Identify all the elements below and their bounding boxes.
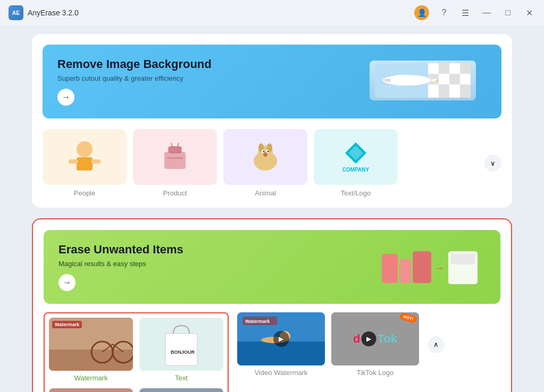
banner-image: → — [370, 61, 487, 103]
help-icon: ? — [442, 8, 447, 18]
text-label: Text — [175, 374, 188, 382]
items-grid: Watermark Watermark — [49, 318, 223, 392]
watermark-bg: Watermark — [49, 318, 133, 371]
people-erase-illustration — [49, 388, 133, 392]
object-illustration — [139, 388, 223, 392]
titlebar-right: 👤 ? ☰ — □ ✕ — [414, 5, 535, 20]
user-avatar[interactable]: 👤 — [414, 5, 429, 20]
remove-bg-banner: Remove Image Background Superb cutout qu… — [43, 45, 501, 118]
right-items-row-1: Watermark ▶ Video Watermark — [237, 312, 500, 377]
banner-text: Remove Image Background Superb cutout qu… — [57, 57, 212, 106]
people-illustration — [63, 136, 106, 178]
titlebar-left: AE AnyErase 3.2.0 — [9, 5, 79, 20]
textlogo-thumb: COMPANY — [314, 129, 398, 185]
svg-rect-7 — [449, 84, 460, 98]
menu-button[interactable]: ☰ — [459, 6, 472, 19]
minimize-button[interactable]: — — [480, 6, 493, 19]
erase-arrow-icon: → — [63, 278, 71, 287]
close-icon: ✕ — [526, 8, 533, 18]
maximize-icon: □ — [505, 8, 510, 18]
people-label: People — [74, 189, 95, 197]
main-content: Remove Image Background Superb cutout qu… — [0, 25, 544, 392]
erase-card: Erase Unwanted Items Magical results & e… — [32, 218, 512, 392]
item-people[interactable]: People — [49, 388, 133, 392]
plane-svg: → — [375, 63, 471, 98]
video-watermark-label: Video Watermark — [255, 369, 308, 377]
text-illustration: BONJOUR — [139, 318, 223, 371]
item-tiktok[interactable]: d ▶ Tok HOT! TikTok Logo — [331, 312, 419, 377]
items-section: Watermark Watermark — [44, 312, 500, 392]
titlebar: AE AnyErase 3.2.0 👤 ? ☰ — □ ✕ — [0, 0, 544, 25]
svg-line-21 — [178, 143, 179, 147]
erase-arrow-button[interactable]: → — [58, 274, 76, 291]
svg-text:→: → — [434, 262, 445, 274]
svg-rect-12 — [384, 79, 391, 82]
app-icon: AE — [9, 5, 23, 20]
minimize-icon: — — [482, 8, 491, 18]
menu-icon: ☰ — [462, 8, 469, 18]
company-diamond-icon — [344, 141, 367, 165]
products-illustration: → — [379, 246, 483, 288]
people-thumb — [43, 129, 127, 185]
svg-rect-55 — [139, 388, 223, 392]
svg-rect-40 — [451, 254, 475, 265]
company-icon: COMPANY — [342, 141, 369, 173]
item-text[interactable]: BONJOUR Text — [139, 318, 223, 382]
watermark-tag: Watermark — [52, 321, 82, 328]
banner-subtitle: Superb cutout quality & greater efficien… — [57, 74, 212, 82]
svg-point-32 — [264, 155, 267, 157]
item-video-watermark[interactable]: Watermark ▶ Video Watermark — [237, 312, 325, 377]
animal-label: Animal — [255, 189, 276, 197]
chevron-down-icon: ∨ — [490, 159, 496, 167]
erase-banner-text: Erase Unwanted Items Magical results & e… — [58, 243, 183, 291]
svg-rect-3 — [449, 63, 460, 74]
close-button[interactable]: ✕ — [523, 6, 535, 19]
object-thumb — [139, 388, 223, 392]
tiktok-thumb: d ▶ Tok HOT! — [331, 312, 419, 365]
left-grid-section: Watermark Watermark — [44, 312, 229, 392]
svg-rect-50 — [49, 388, 133, 392]
remove-bg-card: Remove Image Background Superb cutout qu… — [32, 34, 512, 208]
svg-text:→: → — [432, 76, 440, 85]
svg-rect-2 — [428, 63, 439, 74]
svg-rect-5 — [460, 74, 471, 84]
svg-rect-16 — [69, 159, 78, 164]
tiktok-logo: d ▶ Tok — [353, 331, 397, 346]
video-watermark-thumb: Watermark ▶ — [237, 312, 325, 365]
avatar-icon: 👤 — [417, 8, 426, 17]
erase-banner: Erase Unwanted Items Magical results & e… — [44, 230, 500, 304]
category-textlogo[interactable]: COMPANY Text/Logo — [314, 129, 398, 197]
svg-rect-22 — [167, 157, 183, 159]
svg-rect-6 — [428, 84, 439, 98]
svg-point-30 — [263, 151, 264, 152]
watermark-thumb: Watermark — [49, 318, 133, 371]
svg-text:BONJOUR: BONJOUR — [171, 350, 195, 355]
tiktok-play-icon: ▶ — [361, 331, 376, 346]
erase-banner-title: Erase Unwanted Items — [58, 243, 183, 257]
svg-text:Watermark: Watermark — [245, 319, 270, 324]
help-button[interactable]: ? — [438, 6, 450, 19]
product-thumb — [133, 129, 217, 185]
svg-rect-15 — [77, 157, 93, 171]
arrow-icon: → — [62, 92, 70, 102]
chevron-down-button[interactable]: ∨ — [484, 155, 501, 172]
erase-banner-subtitle: Magical results & easy steps — [58, 260, 183, 268]
erase-banner-image: → — [379, 246, 486, 288]
category-animal[interactable]: Animal — [223, 129, 307, 197]
product-label: Product — [163, 189, 187, 197]
chevron-up-button[interactable]: ∧ — [428, 336, 445, 353]
chevron-up-icon: ∧ — [433, 340, 439, 348]
text-thumb: BONJOUR — [139, 318, 223, 371]
item-watermark[interactable]: Watermark Watermark — [49, 318, 133, 382]
people-erase-thumb — [49, 388, 133, 392]
play-button[interactable]: ▶ — [273, 331, 289, 347]
item-object[interactable]: Object — [139, 388, 223, 392]
category-people[interactable]: People — [43, 129, 127, 197]
product-illustration — [154, 139, 196, 176]
animal-illustration — [243, 137, 288, 177]
maximize-button[interactable]: □ — [501, 6, 514, 19]
banner-arrow-button[interactable]: → — [57, 89, 74, 106]
svg-rect-37 — [413, 251, 431, 283]
text-bg: BONJOUR — [139, 318, 223, 371]
category-product[interactable]: Product — [133, 129, 217, 197]
